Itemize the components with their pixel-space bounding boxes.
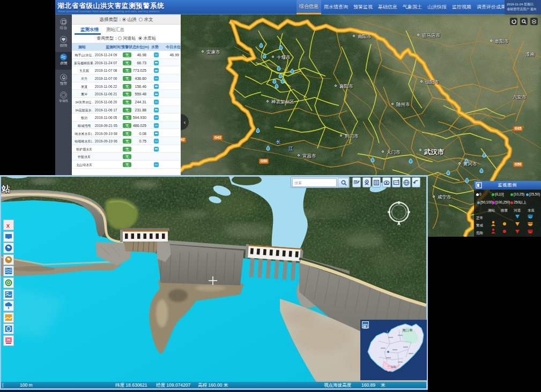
svg-text:站: 站 <box>1 184 10 193</box>
svg-text:海口市: 海口市 <box>402 328 413 333</box>
svg-text:三亚市: 三亚市 <box>387 365 396 368</box>
svg-text:x: x <box>6 222 10 229</box>
svg-text:N: N <box>398 216 401 220</box>
